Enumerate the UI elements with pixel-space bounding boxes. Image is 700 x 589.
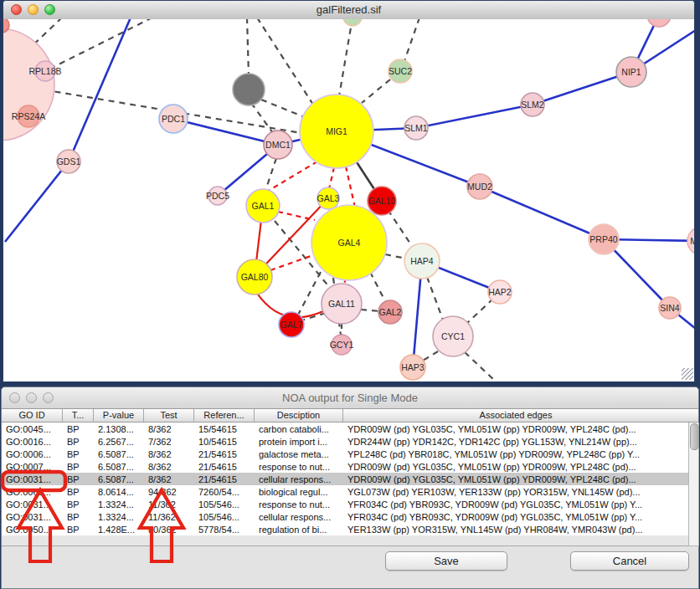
table-cell: GO:0065... [2, 485, 63, 498]
table-cell: YDR009W (pd) YGL035C, YML051W (pp) YDR00… [343, 473, 688, 485]
table-row[interactable]: GO:0031...BP1.3324...11/362105/546...cel… [2, 510, 688, 523]
edge [247, 19, 249, 76]
network-window-titlebar[interactable]: galFiltered.sif [3, 1, 694, 20]
column-header-p-value[interactable]: P-value [94, 409, 144, 422]
node-label: SLM2 [521, 100, 544, 110]
noa-window: NOA output for Single Mode GO IDT...P-va… [1, 387, 699, 589]
edge [480, 187, 604, 239]
table-cell: BP [63, 485, 94, 498]
node-label: HAP2 [488, 287, 512, 297]
edge [416, 105, 533, 128]
table-cell: response to nut... [255, 498, 343, 510]
table-cell: 11/362 [144, 510, 194, 523]
network-graph: RPL18BRPS24AGDS1PDC1DMC1MIG1SUC2NIP1SLM2… [3, 19, 694, 382]
save-button[interactable]: Save [385, 551, 507, 571]
table-cell: 1.3324... [94, 498, 144, 510]
table-cell: response to nut... [255, 460, 343, 473]
node-label: HAP4 [410, 256, 434, 266]
table-cell: BP [63, 510, 94, 523]
node-label: PDC5 [206, 191, 229, 201]
resize-grip-icon[interactable] [682, 368, 693, 380]
node-label: MIG1 [326, 126, 347, 136]
table-scrollbar[interactable] [688, 423, 699, 546]
edge [297, 272, 321, 316]
edge [362, 79, 390, 103]
scrollbar-thumb[interactable] [690, 423, 699, 450]
table-cell: cellular respons... [255, 510, 343, 523]
noa-results-table: GO:0045...BP2.1308...8/36215/54615carbon… [2, 423, 688, 546]
edge [370, 272, 386, 303]
table-cell: 8/362 [144, 423, 194, 435]
table-cell: YGL073W (pd) YER103W, YER133W (pp) YOR31… [343, 485, 688, 498]
column-header-referen-[interactable]: Referen... [194, 409, 255, 422]
edge [278, 212, 315, 220]
table-cell: GO:0006... [2, 448, 63, 460]
node-label: GAL7 [281, 320, 303, 330]
table-cell: YDR009W (pd) YGL035C, YML051W (pp) YDR00… [343, 423, 688, 435]
column-header-test[interactable]: Test [144, 409, 194, 422]
table-cell: BP [63, 523, 94, 535]
table-cell: GO:0016... [2, 435, 63, 448]
node-label: RPL18B [28, 66, 61, 76]
edge [329, 167, 334, 189]
table-cell: GO:0031... [2, 473, 63, 485]
node-label: GCY1 [330, 340, 354, 350]
table-cell: YPL248C (pd) YBR018C, YML051W (pp) YDR00… [343, 448, 688, 460]
unlabeled-node[interactable] [647, 19, 671, 27]
table-cell: carbon cataboli... [255, 423, 343, 435]
network-canvas[interactable]: RPL18BRPS24AGDS1PDC1DMC1MIG1SUC2NIP1SLM2… [3, 19, 694, 382]
unlabeled-node[interactable] [233, 74, 265, 105]
unlabeled-node[interactable] [343, 19, 362, 26]
table-cell: GO:0007... [2, 460, 63, 473]
node-label: GAL80 [241, 272, 269, 282]
table-cell: GO:0031... [2, 498, 63, 510]
table-cell: 6.2567... [94, 435, 144, 448]
edge [423, 351, 438, 361]
column-header-go-id[interactable]: GO ID [2, 409, 63, 422]
table-cell: YER133W (pp) YOR315W, YNL145W (pd) YHR08… [343, 523, 688, 535]
column-header-desciption[interactable]: Desciption [255, 409, 343, 422]
node-label: DMC1 [265, 140, 291, 150]
table-cell: 21/54615 [194, 473, 255, 485]
table-cell: 8.0614... [94, 485, 144, 498]
table-row[interactable]: GO:0050...BP1.428E...80/3625778/54...reg… [2, 523, 688, 535]
edge [5, 161, 69, 242]
table-cell: YFR034C (pd) YBR093C, YDR009W (pd) YGL03… [343, 498, 688, 510]
node-label: HAP3 [401, 362, 425, 372]
table-cell: 11/362 [144, 498, 194, 510]
table-row[interactable]: GO:0016...BP6.2567...7/36210/54615protei… [2, 435, 688, 448]
edge [346, 166, 355, 207]
node-label: CYC1 [441, 331, 465, 341]
table-row[interactable]: GO:0031...BP1.3324...11/362105/546...res… [2, 498, 688, 510]
table-cell: 105/546... [194, 498, 255, 510]
node-label: GAL1 [252, 201, 275, 211]
table-row[interactable]: GO:0006...BP6.5087...8/36221/54615galact… [2, 448, 688, 460]
table-cell: 7/362 [144, 435, 194, 448]
table-row[interactable]: GO:0045...BP2.1308...8/36215/54615carbon… [2, 423, 688, 435]
edge [261, 100, 306, 118]
table-row[interactable]: GO:0031...BP6.5087...8/36221/54615cellul… [2, 473, 688, 485]
cancel-button[interactable]: Cancel [570, 551, 689, 571]
table-row[interactable]: GO:0065...BP8.0614...94/3627260/54...bio… [2, 485, 688, 498]
node-label: GAL10 [368, 196, 396, 206]
table-cell: biological regul... [255, 485, 343, 498]
node-label: MSL1 [690, 236, 694, 246]
edge [257, 19, 313, 105]
table-cell: BP [63, 498, 94, 510]
edge [265, 158, 276, 191]
node-label: SIN4 [660, 303, 680, 313]
table-cell: BP [63, 423, 94, 435]
edge [339, 19, 353, 96]
edge [466, 299, 493, 324]
table-row[interactable]: GO:0007...BP6.5087...8/36221/54615respon… [2, 460, 688, 473]
edge [427, 277, 444, 322]
column-header-t-[interactable]: T... [63, 409, 94, 422]
node-label: RPS24A [12, 111, 45, 121]
table-cell: 1.3324... [94, 510, 144, 523]
node-label: SUC2 [389, 66, 412, 76]
edge [270, 255, 313, 270]
table-header-row: GO IDT...P-valueTestReferen...Desciption… [2, 408, 698, 423]
noa-window-titlebar[interactable]: NOA output for Single Mode [2, 387, 698, 409]
column-header-associated-edges[interactable]: Associated edges [343, 409, 688, 422]
table-cell: 6.5087... [94, 448, 144, 460]
